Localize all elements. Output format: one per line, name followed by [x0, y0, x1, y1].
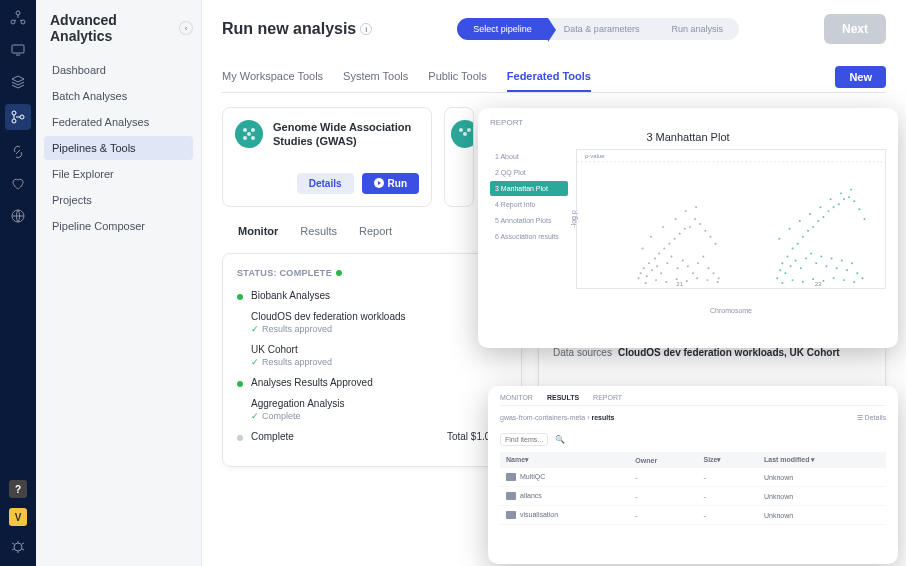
run-button[interactable]: Run	[362, 173, 419, 194]
sources-label: Data sources	[553, 347, 612, 358]
table-row[interactable]: allancs--Unknown	[500, 487, 886, 506]
status-dot-icon	[336, 270, 342, 276]
col-modified[interactable]: Last modified ▾	[758, 452, 886, 468]
sidebar-item-dashboard[interactable]: Dashboard	[44, 58, 193, 82]
svg-point-80	[817, 220, 819, 222]
git-icon[interactable]	[5, 104, 31, 130]
link-icon[interactable]	[8, 142, 28, 162]
status-panel: STATUS: COMPLETE Biobank Analyses CloudO…	[222, 253, 522, 467]
heart-icon[interactable]	[8, 174, 28, 194]
svg-point-87	[836, 267, 838, 269]
files-tab-results[interactable]: RESULTS	[547, 394, 579, 401]
svg-point-60	[686, 280, 688, 282]
tab-public[interactable]: Public Tools	[428, 62, 487, 92]
info-icon[interactable]: i	[360, 23, 372, 35]
files-tabs: MONITOR RESULTS REPORT	[500, 394, 886, 406]
svg-point-112	[833, 277, 835, 279]
svg-point-54	[685, 210, 687, 212]
svg-point-31	[670, 255, 672, 257]
svg-point-110	[812, 278, 814, 280]
toc-item[interactable]: 2 QQ Plot	[490, 165, 568, 180]
svg-point-67	[784, 272, 786, 274]
svg-point-76	[807, 230, 809, 232]
monitor-tab-report[interactable]: Report	[359, 225, 392, 241]
step-data[interactable]: Data & parameters	[548, 18, 656, 40]
sidebar-item-composer[interactable]: Pipeline Composer	[44, 214, 193, 238]
svg-point-102	[809, 213, 811, 215]
pipeline-card-stub	[444, 107, 474, 207]
toc-item[interactable]: 4 Report Info	[490, 197, 568, 212]
step-select[interactable]: Select pipeline	[457, 18, 548, 40]
sidebar-item-files[interactable]: File Explorer	[44, 162, 193, 186]
bullet-icon	[237, 294, 243, 300]
svg-point-79	[815, 262, 817, 264]
svg-point-29	[666, 262, 668, 264]
globe-icon[interactable]	[8, 206, 28, 226]
step-run[interactable]: Run analysis	[655, 18, 739, 40]
svg-point-41	[697, 262, 699, 264]
svg-point-70	[792, 248, 794, 250]
svg-point-66	[781, 262, 783, 264]
svg-point-37	[687, 265, 689, 267]
search-input[interactable]	[500, 433, 548, 446]
bullet-icon	[237, 381, 243, 387]
toc-item[interactable]: 3 Manhattan Plot	[490, 181, 568, 196]
svg-point-81	[820, 255, 822, 257]
status-item-title: CloudOS dev federation workloads	[251, 311, 406, 322]
toc-item[interactable]: 1 About	[490, 149, 568, 164]
table-row[interactable]: visualisation--Unknown	[500, 506, 886, 525]
col-size[interactable]: Size▾	[697, 452, 758, 468]
folder-icon	[506, 473, 516, 481]
svg-point-103	[819, 206, 821, 208]
pipeline-title: Genome Wide Association Studies (GWAS)	[273, 120, 419, 149]
svg-point-49	[718, 277, 720, 279]
sidebar-item-batch[interactable]: Batch Analyses	[44, 84, 193, 108]
monitor-icon[interactable]	[8, 40, 28, 60]
toc-item[interactable]: 5 Annotation Plots	[490, 213, 568, 228]
y-axis-label: -log p	[570, 210, 577, 228]
files-tab-report[interactable]: REPORT	[593, 394, 622, 401]
svg-point-30	[668, 243, 670, 245]
help-icon[interactable]: ?	[9, 480, 27, 498]
monitor-tab-results[interactable]: Results	[300, 225, 337, 241]
search-icon[interactable]: 🔍	[555, 435, 565, 444]
svg-point-100	[788, 228, 790, 230]
svg-point-77	[810, 253, 812, 255]
sidebar-item-projects[interactable]: Projects	[44, 188, 193, 212]
check-icon: ✓	[251, 357, 259, 367]
network-icon[interactable]	[8, 8, 28, 28]
svg-point-15	[459, 128, 463, 132]
toc-item[interactable]: 6 Association results	[490, 229, 568, 244]
status-footer-left: Complete	[251, 431, 294, 442]
sidebar-title: Advanced Analytics ‹	[44, 12, 193, 44]
svg-point-24	[654, 257, 656, 259]
svg-point-46	[709, 236, 711, 238]
tab-system[interactable]: System Tools	[343, 62, 408, 92]
col-name[interactable]: Name▾	[500, 452, 629, 468]
bug-icon[interactable]	[8, 536, 28, 556]
svg-point-58	[665, 281, 667, 283]
svg-point-65	[779, 269, 781, 271]
tab-workspace[interactable]: My Workspace Tools	[222, 62, 323, 92]
svg-point-5	[12, 119, 16, 123]
layers-icon[interactable]	[8, 72, 28, 92]
files-tab-monitor[interactable]: MONITOR	[500, 394, 533, 401]
details-link[interactable]: ☰ Details	[857, 414, 886, 422]
col-owner[interactable]: Owner	[629, 452, 697, 468]
sidebar-item-federated[interactable]: Federated Analyses	[44, 110, 193, 134]
svg-point-43	[702, 255, 704, 257]
next-button[interactable]: Next	[824, 14, 886, 44]
v-badge[interactable]: V	[9, 508, 27, 526]
sidebar-item-pipelines[interactable]: Pipelines & Tools	[44, 136, 193, 160]
collapse-icon[interactable]: ‹	[179, 21, 193, 35]
check-icon: ✓	[251, 324, 259, 334]
monitor-tab-monitor[interactable]: Monitor	[238, 225, 278, 241]
new-button[interactable]: New	[835, 66, 886, 88]
details-button[interactable]: Details	[297, 173, 354, 194]
svg-point-84	[828, 210, 830, 212]
tab-federated[interactable]: Federated Tools	[507, 62, 591, 92]
tools-tabs: My Workspace Tools System Tools Public T…	[222, 62, 591, 92]
table-row[interactable]: MultiQC--Unknown	[500, 468, 886, 487]
chart-overlay: REPORT 3 Manhattan Plot 1 About 2 QQ Plo…	[478, 108, 898, 348]
svg-point-47	[713, 272, 715, 274]
